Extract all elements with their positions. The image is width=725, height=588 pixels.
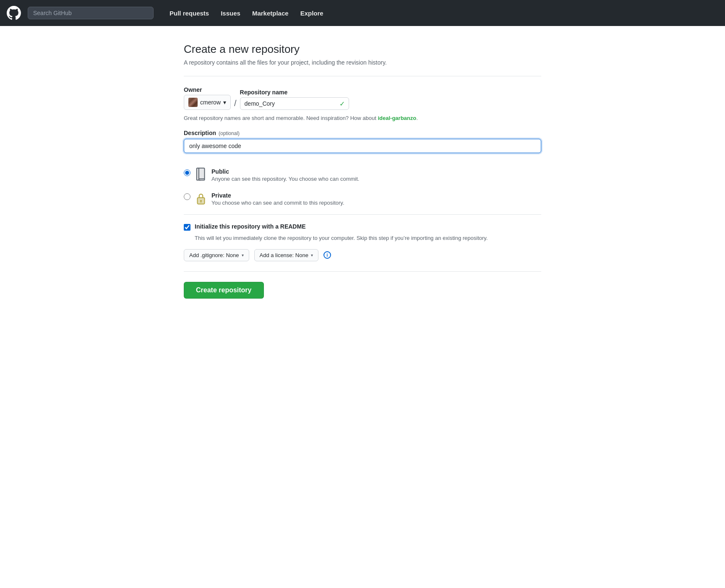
marketplace-link[interactable]: Marketplace (246, 10, 295, 17)
owner-dropdown-caret: ▾ (223, 99, 226, 106)
private-radio[interactable] (184, 193, 190, 200)
private-option: Private You choose who can see and commi… (184, 187, 541, 211)
gitignore-caret-icon: ▾ (242, 253, 244, 258)
license-label: Add a license: None (260, 252, 308, 258)
public-title: Public (211, 168, 359, 175)
page-title: Create a new repository (184, 43, 541, 56)
github-logo-icon[interactable] (7, 6, 21, 20)
visibility-section: Public Anyone can see this repository. Y… (184, 163, 541, 211)
owner-repo-row: Owner cmerow ▾ / Repository name ✓ (184, 86, 541, 110)
owner-name: cmerow (200, 99, 221, 106)
repo-name-field-group: Repository name ✓ (240, 89, 349, 110)
create-repository-button[interactable]: Create repository (184, 282, 264, 299)
slash-separator: / (234, 99, 237, 110)
public-repo-icon (195, 167, 207, 182)
private-desc: You choose who can see and commit to thi… (211, 200, 344, 206)
public-option: Public Anyone can see this repository. Y… (184, 163, 541, 187)
repo-name-label: Repository name (240, 89, 349, 96)
repo-name-valid-checkmark: ✓ (339, 100, 345, 108)
name-suggestion-link[interactable]: ideal-garbanzo (378, 115, 416, 121)
license-caret-icon: ▾ (311, 253, 313, 258)
create-section: Create repository (184, 271, 541, 299)
page-subtitle: A repository contains all the files for … (184, 59, 541, 66)
init-desc: This will let you immediately clone the … (195, 234, 541, 242)
private-text: Private You choose who can see and commi… (211, 192, 344, 206)
init-label: Initialize this repository with a README (195, 223, 305, 230)
public-desc: Anyone can see this repository. You choo… (211, 176, 359, 182)
svg-point-7 (200, 200, 202, 202)
public-radio[interactable] (184, 169, 190, 176)
gitignore-dropdown[interactable]: Add .gitignore: None ▾ (184, 249, 249, 261)
navbar-links: Pull requests Issues Marketplace Explore (164, 10, 329, 17)
license-info-icon[interactable]: i (323, 251, 331, 259)
license-dropdown[interactable]: Add a license: None ▾ (254, 249, 318, 261)
owner-avatar-img (188, 98, 198, 107)
gitignore-label: Add .gitignore: None (189, 252, 239, 258)
issues-link[interactable]: Issues (215, 10, 246, 17)
navbar: Pull requests Issues Marketplace Explore (0, 0, 725, 26)
public-text: Public Anyone can see this repository. Y… (211, 168, 359, 182)
desc-label: Description (184, 130, 216, 136)
init-checkbox[interactable] (184, 224, 190, 231)
search-input[interactable] (28, 7, 154, 19)
main-content: Create a new repository A repository con… (174, 26, 551, 332)
private-title: Private (211, 192, 344, 199)
svg-rect-4 (199, 180, 201, 181)
dropdown-row: Add .gitignore: None ▾ Add a license: No… (184, 249, 541, 261)
repo-name-input-wrap: ✓ (240, 97, 349, 110)
divider-1 (184, 76, 541, 76)
desc-label-row: Description (optional) (184, 130, 541, 136)
desc-optional: (optional) (219, 130, 240, 136)
pull-requests-link[interactable]: Pull requests (164, 10, 215, 17)
repo-name-input[interactable] (240, 97, 349, 110)
description-input[interactable] (184, 139, 541, 153)
explore-link[interactable]: Explore (295, 10, 329, 17)
owner-label: Owner (184, 86, 231, 93)
repo-name-hint: Great repository names are short and mem… (184, 115, 541, 121)
owner-avatar (188, 98, 198, 107)
init-section: Initialize this repository with a README… (184, 214, 541, 261)
owner-field-group: Owner cmerow ▾ (184, 86, 231, 110)
svg-rect-0 (197, 168, 205, 180)
owner-select[interactable]: cmerow ▾ (184, 95, 231, 110)
private-repo-icon (195, 191, 207, 206)
init-checkbox-row: Initialize this repository with a README (184, 223, 541, 231)
